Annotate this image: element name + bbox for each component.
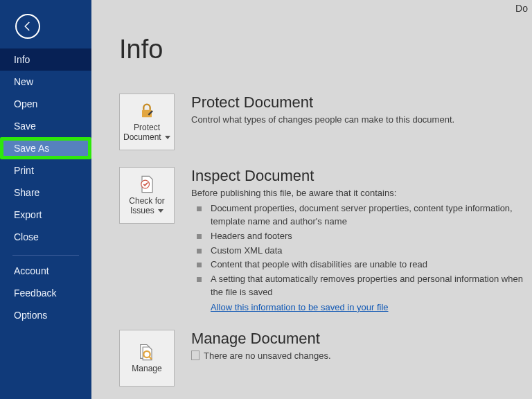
manage-section: Manage Manage Document There are no unsa… — [115, 330, 532, 387]
inspect-content: Inspect Document Before publishing this … — [191, 167, 525, 313]
sidebar-item-feedback[interactable]: Feedback — [0, 282, 91, 304]
document-icon — [191, 351, 200, 360]
list-item: Document properties, document server pro… — [191, 202, 525, 229]
sidebar: Info New Open Save Save As Print Share E… — [0, 0, 91, 399]
document-check-icon — [137, 175, 157, 194]
chevron-down-icon — [158, 209, 163, 213]
sidebar-item-save[interactable]: Save — [0, 115, 91, 137]
list-item: Content that people with disabilities ar… — [191, 258, 525, 272]
page-title: Info — [119, 35, 532, 64]
list-item: Custom XML data — [191, 245, 525, 258]
sidebar-item-options[interactable]: Options — [0, 304, 91, 326]
sidebar-item-share[interactable]: Share — [0, 181, 91, 204]
inspect-list: Document properties, document server pro… — [191, 202, 525, 299]
arrow-left-icon — [21, 20, 34, 33]
list-item: Headers and footers — [191, 230, 525, 243]
sidebar-item-print[interactable]: Print — [0, 159, 91, 181]
manage-document-button[interactable]: Manage — [119, 330, 175, 387]
sidebar-item-new[interactable]: New — [0, 71, 91, 93]
lock-icon — [137, 101, 157, 121]
list-item: A setting that automatically removes pro… — [191, 273, 525, 299]
chevron-down-icon — [165, 136, 170, 139]
check-for-issues-button[interactable]: Check for Issues — [119, 167, 175, 224]
sidebar-nav: Info New Open Save Save As Print Share E… — [0, 48, 91, 326]
sidebar-item-info[interactable]: Info — [0, 48, 91, 71]
protect-document-button[interactable]: Protect Document — [119, 94, 175, 150]
sidebar-item-close[interactable]: Close — [0, 226, 91, 248]
check-button-label: Check for Issues — [120, 197, 174, 216]
sidebar-item-account[interactable]: Account — [0, 260, 91, 282]
manage-desc: There are no unsaved changes. — [191, 351, 525, 361]
sections: Protect Document Protect Document Contro… — [115, 94, 532, 387]
protect-button-label: Protect Document — [120, 123, 174, 143]
back-button[interactable] — [15, 14, 40, 39]
sidebar-separator — [12, 255, 79, 256]
manage-button-label: Manage — [132, 364, 161, 374]
inspect-section: Check for Issues Inspect Document Before… — [115, 167, 532, 313]
inspect-desc: Before publishing this file, be aware th… — [191, 188, 525, 198]
protect-title: Protect Document — [191, 94, 525, 112]
inspect-title: Inspect Document — [191, 167, 525, 185]
protect-section: Protect Document Protect Document Contro… — [115, 94, 532, 150]
protect-content: Protect Document Control what types of c… — [191, 94, 525, 150]
sidebar-item-export[interactable]: Export — [0, 204, 91, 226]
backstage-view: Info New Open Save Save As Print Share E… — [0, 0, 532, 399]
topright-text: Do — [515, 3, 528, 14]
sidebar-item-open[interactable]: Open — [0, 93, 91, 115]
allow-info-link[interactable]: Allow this information to be saved in yo… — [191, 302, 389, 312]
sidebar-item-save-as[interactable]: Save As — [0, 137, 91, 159]
protect-desc: Control what types of changes people can… — [191, 114, 525, 125]
manage-content: Manage Document There are no unsaved cha… — [191, 330, 525, 387]
main-content: Do Info Protect Document Protect Documen… — [91, 0, 532, 399]
manage-title: Manage Document — [191, 330, 525, 348]
document-manage-icon — [137, 342, 157, 362]
